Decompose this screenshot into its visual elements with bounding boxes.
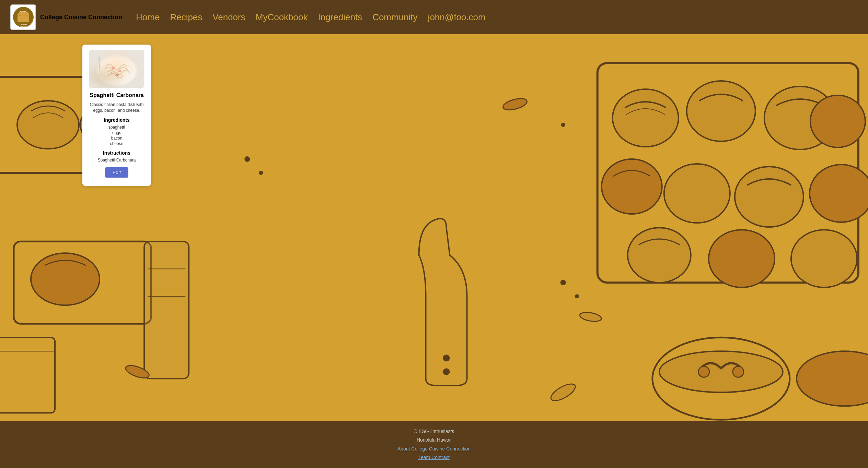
svg-point-42 — [259, 171, 263, 175]
nav-item-ingredients[interactable]: Ingredients — [318, 12, 362, 23]
nav-item-home[interactable]: Home — [136, 12, 160, 23]
ingredient-item: cheese — [89, 141, 144, 146]
svg-rect-20 — [598, 63, 858, 283]
recipe-card: Spaghetti Carbonara Classic Italian past… — [82, 45, 151, 186]
footer-location: Honolulu Hawaii — [3, 436, 865, 444]
svg-point-22 — [687, 81, 755, 141]
svg-point-23 — [764, 86, 836, 149]
nav-item-johnfoocom[interactable]: john@foo.com — [428, 12, 486, 23]
svg-point-47 — [96, 55, 137, 86]
svg-point-26 — [664, 164, 730, 223]
svg-point-9 — [17, 101, 79, 149]
svg-point-27 — [735, 167, 803, 227]
svg-rect-11 — [14, 241, 151, 324]
ingredient-item: eggs — [89, 130, 144, 135]
svg-point-34 — [698, 366, 709, 377]
svg-point-24 — [810, 95, 865, 147]
svg-point-43 — [560, 280, 566, 285]
footer-links: About College Cuisine Connection Team Co… — [3, 445, 865, 462]
instructions-text: Spaghetti Carbonara — [89, 158, 144, 163]
svg-point-49 — [112, 67, 115, 69]
svg-point-40 — [579, 311, 602, 323]
svg-rect-46 — [89, 50, 144, 88]
site-name: College Cuisine Connection — [40, 14, 122, 21]
header: Cuisine College Connection College Cuisi… — [0, 0, 868, 34]
nav-item-vendors[interactable]: Vendors — [212, 12, 245, 23]
team-contract-link[interactable]: Team Contract — [418, 455, 450, 460]
svg-point-45 — [561, 123, 565, 127]
instructions-heading: Instructions — [89, 150, 144, 156]
recipe-image — [89, 50, 144, 88]
svg-point-32 — [652, 337, 790, 420]
logo-area: Cuisine College Connection College Cuisi… — [10, 4, 122, 30]
recipe-description: Classic Italian pasta dish with eggs, ba… — [89, 102, 144, 113]
svg-point-28 — [810, 165, 868, 222]
site-logo: Cuisine College Connection — [10, 4, 36, 30]
svg-line-53 — [99, 57, 100, 76]
svg-point-33 — [659, 351, 783, 392]
svg-point-30 — [709, 230, 775, 287]
svg-rect-15 — [144, 241, 189, 379]
svg-rect-13 — [0, 337, 55, 413]
svg-point-44 — [575, 294, 579, 298]
svg-point-39 — [502, 96, 528, 112]
footer-copyright: © ES6-Enthusiasts — [3, 427, 865, 436]
svg-point-36 — [797, 351, 868, 406]
nav-item-recipes[interactable]: Recipes — [170, 12, 202, 23]
svg-point-29 — [628, 228, 691, 283]
ingredients-list: spaghettieggsbaconcheese — [89, 125, 144, 146]
ingredient-item: spaghetti — [89, 125, 144, 130]
svg-point-21 — [613, 89, 679, 147]
main-nav: HomeRecipesVendorsMyCookbookIngredientsC… — [136, 12, 858, 23]
svg-text:Connection: Connection — [19, 26, 28, 28]
svg-point-51 — [116, 73, 119, 76]
svg-point-37 — [548, 381, 578, 404]
svg-point-41 — [244, 156, 250, 162]
ingredients-heading: Ingredients — [89, 117, 144, 123]
svg-point-52 — [111, 72, 113, 74]
svg-point-31 — [791, 230, 857, 287]
about-link[interactable]: About College Cuisine Connection — [397, 446, 471, 452]
svg-text:College: College — [20, 10, 26, 12]
svg-point-35 — [733, 366, 744, 377]
svg-point-19 — [443, 368, 450, 375]
main-content: Spaghetti Carbonara Classic Italian past… — [0, 34, 868, 421]
nav-item-community[interactable]: Community — [372, 12, 417, 23]
edit-button[interactable]: Edit — [105, 167, 128, 178]
svg-text:Cuisine: Cuisine — [20, 23, 27, 25]
svg-point-25 — [602, 159, 662, 214]
recipe-card-wrapper: Spaghetti Carbonara Classic Italian past… — [82, 45, 151, 186]
svg-point-18 — [443, 355, 450, 361]
svg-point-48 — [98, 57, 136, 84]
svg-point-38 — [124, 363, 151, 381]
nav-item-mycookbook[interactable]: MyCookbook — [256, 12, 308, 23]
svg-point-12 — [31, 253, 100, 305]
svg-point-50 — [119, 70, 121, 72]
recipe-title: Spaghetti Carbonara — [89, 92, 144, 99]
footer: © ES6-Enthusiasts Honolulu Hawaii About … — [0, 421, 868, 468]
ingredient-item: bacon — [89, 136, 144, 141]
